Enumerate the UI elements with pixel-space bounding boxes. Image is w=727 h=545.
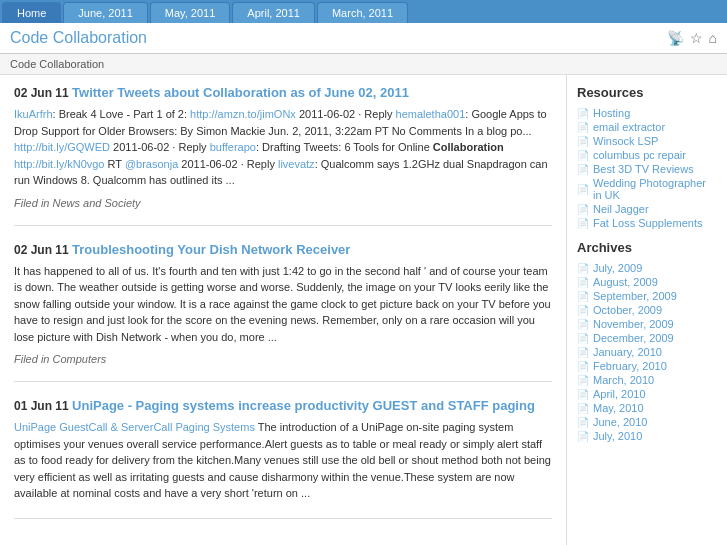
doc-icon: 📄 <box>577 263 589 274</box>
resources-heading: Resources <box>577 85 717 100</box>
archive-link[interactable]: 📄May, 2010 <box>577 401 717 415</box>
doc-icon: 📄 <box>577 417 589 428</box>
post-1-title[interactable]: Twitter Tweets about Collaboration as of… <box>72 85 409 100</box>
nav-tab-may2011[interactable]: May, 2011 <box>150 2 231 23</box>
sidebar: Resources 📄Hosting📄email extractor📄Winso… <box>567 75 727 545</box>
post-2-header: 02 Jun 11 Troubleshooting Your Dish Netw… <box>14 242 552 257</box>
doc-icon: 📄 <box>577 277 589 288</box>
archives-heading: Archives <box>577 240 717 255</box>
resource-link[interactable]: 📄Winsock LSP <box>577 134 717 148</box>
post-1-header: 02 Jun 11 Twitter Tweets about Collabora… <box>14 85 552 100</box>
doc-icon: 📄 <box>577 291 589 302</box>
post-3-date: 01 Jun 11 <box>14 399 69 413</box>
post-1-link1[interactable]: http://amzn.to/jimONx <box>190 108 296 120</box>
archive-link[interactable]: 📄April, 2010 <box>577 387 717 401</box>
star-icon[interactable]: ☆ <box>690 30 703 46</box>
doc-icon: 📄 <box>577 361 589 372</box>
post-1: 02 Jun 11 Twitter Tweets about Collabora… <box>14 85 552 226</box>
resource-link[interactable]: 📄email extractor <box>577 120 717 134</box>
archive-link[interactable]: 📄September, 2009 <box>577 289 717 303</box>
doc-icon: 📄 <box>577 389 589 400</box>
post-2-meta: Filed in Computers <box>14 353 552 365</box>
archive-link[interactable]: 📄June, 2010 <box>577 415 717 429</box>
archive-link[interactable]: 📄July, 2009 <box>577 261 717 275</box>
post-3-body: UniPage GuestCall & ServerCall Paging Sy… <box>14 419 552 502</box>
archive-link[interactable]: 📄July, 2010 <box>577 429 717 443</box>
post-1-link3[interactable]: http://bit.ly/kN0vgo <box>14 158 105 170</box>
post-1-reply2[interactable]: bufferapo <box>210 141 256 153</box>
post-2-body: It has happened to all of us. It's fourt… <box>14 263 552 346</box>
content-area: 02 Jun 11 Twitter Tweets about Collabora… <box>0 75 567 545</box>
site-title: Code Collaboration <box>10 29 147 47</box>
post-2-title[interactable]: Troubleshooting Your Dish Network Receiv… <box>72 242 350 257</box>
post-1-body: IkuArfrh: Break 4 Love - Part 1 of 2: ht… <box>14 106 552 189</box>
nav-tab-april2011[interactable]: April, 2011 <box>232 2 315 23</box>
nav-tab-march2011[interactable]: March, 2011 <box>317 2 408 23</box>
resource-link[interactable]: 📄Fat Loss Supplements <box>577 216 717 230</box>
doc-icon: 📄 <box>577 184 589 195</box>
doc-icon: 📄 <box>577 204 589 215</box>
rss-icon[interactable]: 📡 <box>667 30 684 46</box>
doc-icon: 📄 <box>577 218 589 229</box>
doc-icon: 📄 <box>577 136 589 147</box>
nav-tab-home[interactable]: Home <box>2 2 61 23</box>
doc-icon: 📄 <box>577 305 589 316</box>
post-1-reply1[interactable]: hemaletha001 <box>396 108 466 120</box>
doc-icon: 📄 <box>577 150 589 161</box>
doc-icon: 📄 <box>577 403 589 414</box>
archive-link[interactable]: 📄February, 2010 <box>577 359 717 373</box>
doc-icon: 📄 <box>577 431 589 442</box>
post-1-date: 02 Jun 11 <box>14 86 69 100</box>
main-layout: 02 Jun 11 Twitter Tweets about Collabora… <box>0 75 727 545</box>
archive-link[interactable]: 📄August, 2009 <box>577 275 717 289</box>
post-1-reply3[interactable]: @brasonja <box>125 158 178 170</box>
archive-link[interactable]: 📄November, 2009 <box>577 317 717 331</box>
post-1-meta: Filed in News and Society <box>14 197 552 209</box>
post-3: 01 Jun 11 UniPage - Paging systems incre… <box>14 398 552 519</box>
doc-icon: 📄 <box>577 164 589 175</box>
doc-icon: 📄 <box>577 108 589 119</box>
resource-link[interactable]: 📄Hosting <box>577 106 717 120</box>
resource-link[interactable]: 📄Wedding Photographer in UK <box>577 176 717 202</box>
post-1-reply4[interactable]: livevatz <box>278 158 315 170</box>
doc-icon: 📄 <box>577 375 589 386</box>
resources-list: 📄Hosting📄email extractor📄Winsock LSP📄col… <box>577 106 717 230</box>
doc-icon: 📄 <box>577 122 589 133</box>
doc-icon: 📄 <box>577 347 589 358</box>
post-3-header: 01 Jun 11 UniPage - Paging systems incre… <box>14 398 552 413</box>
post-1-author: IkuArfrh <box>14 108 53 120</box>
post-1-link2[interactable]: http://bit.ly/GQWED <box>14 141 110 153</box>
breadcrumb: Code Collaboration <box>0 54 727 75</box>
post-2-date: 02 Jun 11 <box>14 243 69 257</box>
top-navigation: Home June, 2011 May, 2011 April, 2011 Ma… <box>0 0 727 23</box>
archive-link[interactable]: 📄October, 2009 <box>577 303 717 317</box>
post-3-title[interactable]: UniPage - Paging systems increase produc… <box>72 398 535 413</box>
resource-link[interactable]: 📄columbus pc repair <box>577 148 717 162</box>
doc-icon: 📄 <box>577 333 589 344</box>
header: Code Collaboration 📡 ☆ ⌂ <box>0 23 727 54</box>
nav-tab-june2011[interactable]: June, 2011 <box>63 2 147 23</box>
header-icons: 📡 ☆ ⌂ <box>667 30 717 46</box>
archive-link[interactable]: 📄January, 2010 <box>577 345 717 359</box>
post-2: 02 Jun 11 Troubleshooting Your Dish Netw… <box>14 242 552 383</box>
archive-link[interactable]: 📄March, 2010 <box>577 373 717 387</box>
resource-link[interactable]: 📄Best 3D TV Reviews <box>577 162 717 176</box>
post-3-link[interactable]: UniPage GuestCall & ServerCall Paging Sy… <box>14 421 255 433</box>
resource-link[interactable]: 📄Neil Jagger <box>577 202 717 216</box>
doc-icon: 📄 <box>577 319 589 330</box>
archive-link[interactable]: 📄December, 2009 <box>577 331 717 345</box>
home-icon[interactable]: ⌂ <box>709 30 717 46</box>
archives-list: 📄July, 2009📄August, 2009📄September, 2009… <box>577 261 717 443</box>
